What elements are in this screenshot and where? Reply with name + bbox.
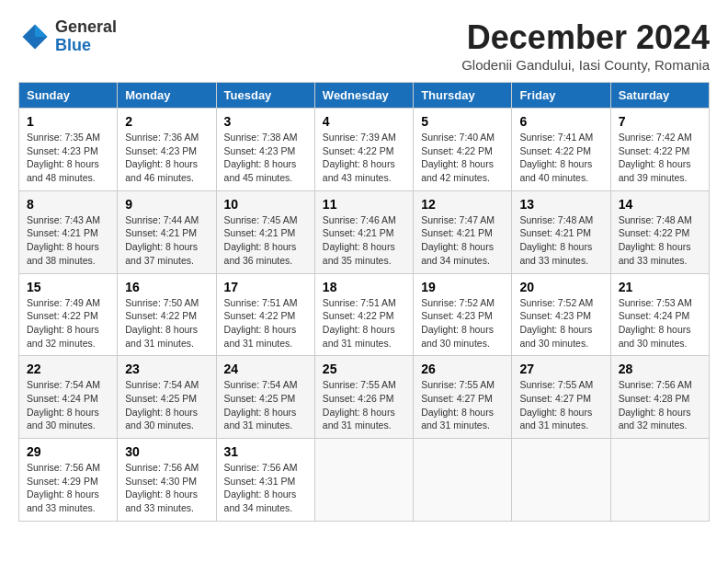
day-info: Sunrise: 7:56 AM Sunset: 4:30 PM Dayligh… xyxy=(125,461,208,515)
day-info: Sunrise: 7:45 AM Sunset: 4:21 PM Dayligh… xyxy=(224,213,307,268)
weekday-header-row: Sunday Monday Tuesday Wednesday Thursday… xyxy=(19,83,710,109)
day-number: 7 xyxy=(619,114,701,129)
calendar-cell: 21 Sunrise: 7:53 AM Sunset: 4:24 PM Dayl… xyxy=(610,273,709,356)
calendar-cell: 23 Sunrise: 7:54 AM Sunset: 4:25 PM Dayl… xyxy=(118,356,216,439)
day-info: Sunrise: 7:36 AM Sunset: 4:23 PM Dayligh… xyxy=(125,131,208,185)
day-info: Sunrise: 7:55 AM Sunset: 4:27 PM Dayligh… xyxy=(421,378,504,432)
day-info: Sunrise: 7:39 AM Sunset: 4:22 PM Dayligh… xyxy=(323,131,405,185)
day-info: Sunrise: 7:48 AM Sunset: 4:22 PM Dayligh… xyxy=(619,213,701,268)
day-info: Sunrise: 7:49 AM Sunset: 4:22 PM Dayligh… xyxy=(27,296,109,350)
day-number: 29 xyxy=(27,444,109,459)
day-number: 14 xyxy=(619,197,701,212)
header-monday: Monday xyxy=(118,83,216,109)
calendar-cell: 26 Sunrise: 7:55 AM Sunset: 4:27 PM Dayl… xyxy=(414,356,512,439)
calendar-cell: 3 Sunrise: 7:38 AM Sunset: 4:23 PM Dayli… xyxy=(216,109,314,191)
header-wednesday: Wednesday xyxy=(314,83,413,109)
calendar-table: Sunday Monday Tuesday Wednesday Thursday… xyxy=(18,82,710,522)
header-friday: Friday xyxy=(512,83,610,109)
day-number: 28 xyxy=(619,362,701,376)
month-title: December 2024 xyxy=(461,18,710,57)
svg-marker-1 xyxy=(35,24,48,37)
day-number: 10 xyxy=(224,197,307,212)
day-number: 6 xyxy=(519,114,602,129)
day-info: Sunrise: 7:41 AM Sunset: 4:22 PM Dayligh… xyxy=(519,131,602,185)
day-number: 21 xyxy=(619,280,701,294)
day-number: 27 xyxy=(519,362,602,376)
calendar-week-row: 15 Sunrise: 7:49 AM Sunset: 4:22 PM Dayl… xyxy=(19,273,710,356)
day-info: Sunrise: 7:44 AM Sunset: 4:21 PM Dayligh… xyxy=(125,213,208,268)
calendar-cell: 5 Sunrise: 7:40 AM Sunset: 4:22 PM Dayli… xyxy=(414,109,512,191)
logo: General Blue xyxy=(18,18,117,55)
day-info: Sunrise: 7:56 AM Sunset: 4:31 PM Dayligh… xyxy=(224,461,307,515)
day-info: Sunrise: 7:55 AM Sunset: 4:26 PM Dayligh… xyxy=(323,378,405,432)
calendar-cell xyxy=(512,439,610,522)
header-tuesday: Tuesday xyxy=(216,83,314,109)
calendar-cell: 2 Sunrise: 7:36 AM Sunset: 4:23 PM Dayli… xyxy=(118,109,216,191)
calendar-cell: 13 Sunrise: 7:48 AM Sunset: 4:21 PM Dayl… xyxy=(512,190,610,273)
day-info: Sunrise: 7:54 AM Sunset: 4:25 PM Dayligh… xyxy=(125,378,208,432)
calendar-cell: 1 Sunrise: 7:35 AM Sunset: 4:23 PM Dayli… xyxy=(19,109,118,191)
calendar-header: Sunday Monday Tuesday Wednesday Thursday… xyxy=(19,83,710,109)
calendar-cell xyxy=(610,439,709,522)
day-info: Sunrise: 7:53 AM Sunset: 4:24 PM Dayligh… xyxy=(619,296,701,350)
title-block: December 2024 Glodenii Gandului, Iasi Co… xyxy=(461,18,710,73)
calendar-week-row: 29 Sunrise: 7:56 AM Sunset: 4:29 PM Dayl… xyxy=(19,439,710,522)
day-number: 24 xyxy=(224,362,307,376)
calendar-cell: 17 Sunrise: 7:51 AM Sunset: 4:22 PM Dayl… xyxy=(216,273,314,356)
day-info: Sunrise: 7:47 AM Sunset: 4:21 PM Dayligh… xyxy=(421,213,504,268)
day-info: Sunrise: 7:46 AM Sunset: 4:21 PM Dayligh… xyxy=(323,213,405,268)
day-number: 19 xyxy=(421,280,504,294)
calendar-cell: 15 Sunrise: 7:49 AM Sunset: 4:22 PM Dayl… xyxy=(19,273,118,356)
calendar-cell: 11 Sunrise: 7:46 AM Sunset: 4:21 PM Dayl… xyxy=(314,190,413,273)
calendar-cell: 22 Sunrise: 7:54 AM Sunset: 4:24 PM Dayl… xyxy=(19,356,118,439)
calendar-cell xyxy=(414,439,512,522)
day-number: 3 xyxy=(224,114,307,129)
day-number: 22 xyxy=(27,362,109,376)
header-sunday: Sunday xyxy=(19,83,118,109)
calendar-cell: 19 Sunrise: 7:52 AM Sunset: 4:23 PM Dayl… xyxy=(414,273,512,356)
calendar-cell: 7 Sunrise: 7:42 AM Sunset: 4:22 PM Dayli… xyxy=(610,109,709,191)
day-info: Sunrise: 7:38 AM Sunset: 4:23 PM Dayligh… xyxy=(224,131,307,185)
day-info: Sunrise: 7:52 AM Sunset: 4:23 PM Dayligh… xyxy=(421,296,504,350)
day-number: 1 xyxy=(27,114,109,129)
day-info: Sunrise: 7:43 AM Sunset: 4:21 PM Dayligh… xyxy=(27,213,109,268)
day-number: 15 xyxy=(27,280,109,294)
day-number: 18 xyxy=(323,280,405,294)
calendar-cell: 18 Sunrise: 7:51 AM Sunset: 4:22 PM Dayl… xyxy=(314,273,413,356)
calendar-cell: 20 Sunrise: 7:52 AM Sunset: 4:23 PM Dayl… xyxy=(512,273,610,356)
calendar-cell: 8 Sunrise: 7:43 AM Sunset: 4:21 PM Dayli… xyxy=(19,190,118,273)
calendar-cell: 16 Sunrise: 7:50 AM Sunset: 4:22 PM Dayl… xyxy=(118,273,216,356)
logo-general-text: General xyxy=(55,18,117,37)
calendar-cell: 30 Sunrise: 7:56 AM Sunset: 4:30 PM Dayl… xyxy=(118,439,216,522)
calendar-body: 1 Sunrise: 7:35 AM Sunset: 4:23 PM Dayli… xyxy=(19,109,710,522)
calendar-cell: 29 Sunrise: 7:56 AM Sunset: 4:29 PM Dayl… xyxy=(19,439,118,522)
calendar-cell: 9 Sunrise: 7:44 AM Sunset: 4:21 PM Dayli… xyxy=(118,190,216,273)
day-number: 23 xyxy=(125,362,208,376)
calendar-cell: 31 Sunrise: 7:56 AM Sunset: 4:31 PM Dayl… xyxy=(216,439,314,522)
calendar-week-row: 8 Sunrise: 7:43 AM Sunset: 4:21 PM Dayli… xyxy=(19,190,710,273)
day-info: Sunrise: 7:51 AM Sunset: 4:22 PM Dayligh… xyxy=(224,296,307,350)
day-number: 8 xyxy=(27,197,109,212)
day-info: Sunrise: 7:35 AM Sunset: 4:23 PM Dayligh… xyxy=(27,131,109,185)
calendar-cell: 24 Sunrise: 7:54 AM Sunset: 4:25 PM Dayl… xyxy=(216,356,314,439)
day-number: 20 xyxy=(519,280,602,294)
day-number: 17 xyxy=(224,280,307,294)
day-number: 2 xyxy=(125,114,208,129)
calendar-week-row: 22 Sunrise: 7:54 AM Sunset: 4:24 PM Dayl… xyxy=(19,356,710,439)
day-number: 9 xyxy=(125,197,208,212)
day-number: 5 xyxy=(421,114,504,129)
day-number: 11 xyxy=(323,197,405,212)
day-info: Sunrise: 7:56 AM Sunset: 4:29 PM Dayligh… xyxy=(27,461,109,515)
header-saturday: Saturday xyxy=(610,83,709,109)
page-header: General Blue December 2024 Glodenii Gand… xyxy=(18,18,710,73)
calendar-cell: 6 Sunrise: 7:41 AM Sunset: 4:22 PM Dayli… xyxy=(512,109,610,191)
calendar-cell: 28 Sunrise: 7:56 AM Sunset: 4:28 PM Dayl… xyxy=(610,356,709,439)
logo-blue-text: Blue xyxy=(55,37,117,55)
calendar-cell: 27 Sunrise: 7:55 AM Sunset: 4:27 PM Dayl… xyxy=(512,356,610,439)
day-number: 4 xyxy=(323,114,405,129)
day-info: Sunrise: 7:40 AM Sunset: 4:22 PM Dayligh… xyxy=(421,131,504,185)
header-thursday: Thursday xyxy=(414,83,512,109)
day-number: 13 xyxy=(519,197,602,212)
day-number: 25 xyxy=(323,362,405,376)
day-info: Sunrise: 7:51 AM Sunset: 4:22 PM Dayligh… xyxy=(323,296,405,350)
